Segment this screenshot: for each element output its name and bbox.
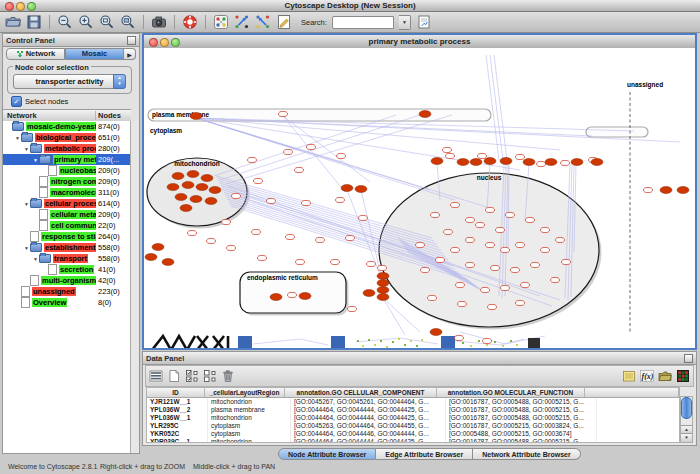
- tab-node-attribute-browser[interactable]: Node Attribute Browser: [278, 448, 376, 460]
- tab-overflow-button[interactable]: ▶: [124, 48, 136, 60]
- graph-node[interactable]: [500, 158, 512, 165]
- table-column-header[interactable]: annotation.GO CELLULAR_COMPONENT: [285, 388, 437, 397]
- zoom-fit-icon[interactable]: [120, 14, 136, 30]
- scroll-down-button[interactable]: ▼: [681, 433, 692, 442]
- tree-row[interactable]: cellular metabol209(0): [3, 209, 131, 220]
- float-panel-icon[interactable]: [684, 354, 693, 363]
- graph-node[interactable]: [355, 186, 367, 193]
- tree-row[interactable]: nucleobase-209(0): [3, 165, 131, 176]
- graph-node[interactable]: [545, 159, 557, 166]
- table-cell[interactable]: cytoplasm: [208, 422, 291, 430]
- network-canvas-svg[interactable]: plasma membranemitochondrionnucleusendop…: [144, 48, 695, 348]
- tree-column-network[interactable]: Network: [3, 111, 96, 120]
- tree-row[interactable]: ▼transport558(0): [3, 253, 131, 264]
- graph-node[interactable]: [419, 111, 431, 118]
- close-window-button[interactable]: [5, 2, 14, 11]
- disclosure-triangle-icon[interactable]: ▼: [23, 146, 30, 152]
- table-column-header[interactable]: annotation.GO MOLECULAR_FUNCTION: [437, 388, 585, 397]
- select-attributes-icon[interactable]: [185, 369, 199, 383]
- select-nodes-checkbox[interactable]: ✓: [11, 96, 22, 107]
- graph-node[interactable]: [152, 244, 164, 251]
- apply-layout-2-icon[interactable]: [255, 14, 271, 30]
- graph-node[interactable]: [196, 184, 208, 191]
- attribute-notes-icon[interactable]: [622, 369, 636, 383]
- tab-mosaic[interactable]: Mosaic: [65, 48, 124, 60]
- graph-node[interactable]: [187, 171, 199, 178]
- attribute-matrix-icon[interactable]: [676, 369, 690, 383]
- table-cell[interactable]: [GO:0044464, GO:0044444, GO:0044425, G..…: [291, 438, 446, 443]
- zoom-in-icon[interactable]: [78, 14, 94, 30]
- tree-row[interactable]: nitrogen compo209(0): [3, 176, 131, 187]
- table-cell[interactable]: cytoplasm: [208, 430, 291, 438]
- table-cell[interactable]: [GO:0045263, GO:0044464, GO:0044455, G..…: [291, 422, 446, 430]
- table-row[interactable]: YJR121W__1mitochondrion[GO:0045267, GO:0…: [147, 398, 679, 406]
- table-row[interactable]: YPL036W__1mitochondrion[GO:0044464, GO:0…: [147, 414, 679, 422]
- table-cell[interactable]: YPL036W__2: [147, 406, 208, 414]
- tree-row[interactable]: Overview8(0): [3, 297, 131, 308]
- tree-row[interactable]: secretion41(0): [3, 264, 131, 275]
- table-cell[interactable]: YDR039C__1: [147, 438, 208, 443]
- graph-node[interactable]: [523, 159, 535, 166]
- open-file-icon[interactable]: [5, 14, 21, 30]
- graph-node[interactable]: [180, 205, 192, 212]
- table-cell[interactable]: YLR295C: [147, 422, 208, 430]
- graph-node[interactable]: [470, 159, 482, 166]
- tree-column-nodes[interactable]: Nodes: [96, 111, 131, 120]
- table-cell[interactable]: [GO:0045267, GO:0045261, GO:0044464, G..…: [291, 398, 446, 406]
- vizmapper-icon[interactable]: [213, 14, 229, 30]
- zoom-selected-region-icon[interactable]: [99, 14, 115, 30]
- table-cell[interactable]: mitochondrion: [208, 438, 291, 443]
- graph-node[interactable]: [591, 159, 603, 166]
- graph-node[interactable]: [205, 198, 217, 205]
- network-maximize-button[interactable]: [171, 38, 180, 47]
- table-cell[interactable]: [GO:0016787, GO:0005488, GO:0005215, G..…: [446, 438, 597, 443]
- table-cell[interactable]: mitochondrion: [208, 398, 291, 406]
- table-row[interactable]: YKR052Ccytoplasm[GO:0044464, GO:0044446,…: [147, 430, 679, 438]
- tree-row[interactable]: ▼establishment of lo558(0): [3, 242, 131, 253]
- network-close-button[interactable]: [149, 38, 158, 47]
- tab-network-attribute-browser[interactable]: Network Attribute Browser: [473, 448, 580, 460]
- table-column-header[interactable]: ID: [147, 388, 205, 397]
- control-panel-scrollbar[interactable]: [130, 121, 139, 453]
- table-scrollbar[interactable]: ▲ ▼: [680, 396, 693, 443]
- tree-row[interactable]: unassigned223(0): [3, 286, 131, 297]
- graph-node[interactable]: [270, 294, 282, 301]
- table-scrollbar-thumb[interactable]: [681, 397, 692, 419]
- tree-row[interactable]: cell communicat22(0): [3, 220, 131, 231]
- node-color-dropdown[interactable]: transporter activity ▲▼: [13, 74, 126, 89]
- graph-node[interactable]: [377, 280, 389, 287]
- graph-node[interactable]: [457, 159, 469, 166]
- apply-layout-1-icon[interactable]: [234, 14, 250, 30]
- table-cell[interactable]: plasma membrane: [208, 406, 291, 414]
- table-row[interactable]: YPL036W__2plasma membrane[GO:0044464, GO…: [147, 406, 679, 414]
- disclosure-triangle-icon[interactable]: ▼: [23, 201, 30, 207]
- tree-row[interactable]: ▼biological_process651(0): [3, 132, 131, 143]
- table-cell[interactable]: [GO:0016787, GO:0005488, GO:0005215, G..…: [446, 398, 597, 406]
- search-dropdown-arrow[interactable]: ▼: [399, 15, 411, 30]
- disclosure-triangle-icon[interactable]: ▼: [23, 245, 30, 251]
- annotation-icon[interactable]: [276, 14, 292, 30]
- graph-node[interactable]: [363, 290, 375, 297]
- table-cell[interactable]: [GO:0044464, GO:0044444, GO:0044425, G..…: [291, 414, 446, 422]
- float-panel-icon[interactable]: [127, 36, 136, 45]
- graph-node[interactable]: [430, 329, 442, 336]
- search-input[interactable]: [332, 16, 394, 29]
- graph-node[interactable]: [172, 173, 184, 180]
- apply-search-icon[interactable]: [416, 14, 432, 30]
- network-window-titlebar[interactable]: primary metabolic process: [144, 35, 695, 49]
- graph-node[interactable]: [299, 293, 311, 300]
- graph-node[interactable]: [145, 254, 157, 261]
- graph-node[interactable]: [484, 158, 496, 165]
- graph-node[interactable]: [377, 287, 389, 294]
- tree-row[interactable]: mosaic-demo-yeast874(0): [3, 121, 131, 132]
- unselect-attributes-icon[interactable]: [203, 369, 217, 383]
- tree-row[interactable]: response to stimulu264(0): [3, 231, 131, 242]
- help-icon[interactable]: [182, 14, 198, 30]
- take-snapshot-icon[interactable]: [151, 14, 167, 30]
- graph-node[interactable]: [182, 182, 194, 189]
- function-builder-icon[interactable]: f(x): [640, 369, 654, 383]
- disclosure-triangle-icon[interactable]: ▼: [32, 256, 39, 262]
- graph-node[interactable]: [209, 187, 221, 194]
- graph-node[interactable]: [660, 187, 672, 194]
- graph-node[interactable]: [162, 259, 174, 266]
